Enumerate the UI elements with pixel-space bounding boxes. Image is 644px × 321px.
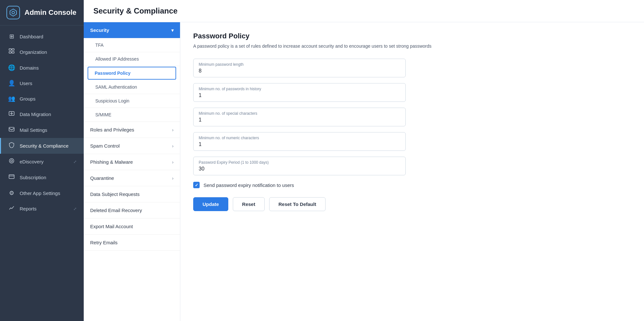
- sidebar-item-label: Groups: [20, 96, 35, 102]
- sub-menu-phishing-malware[interactable]: Phishing & Malware ›: [84, 154, 180, 170]
- sub-menu-roles-privileges[interactable]: Roles and Privileges ›: [84, 122, 180, 138]
- sidebar-item-reports[interactable]: Reports ⤢: [0, 201, 84, 217]
- svg-rect-2: [12, 49, 14, 50]
- field-value-min-passwords-history[interactable]: 1: [199, 92, 400, 98]
- sub-menu-security-label: Security: [90, 27, 109, 33]
- sidebar-item-label: eDiscovery: [20, 159, 43, 164]
- svg-rect-1: [9, 49, 11, 50]
- svg-rect-3: [9, 52, 11, 53]
- sidebar-nav: ⊞ Dashboard Organization 🌐 Domains 👤 Use…: [0, 25, 84, 321]
- field-min-password-length: Minimum password length 8: [193, 59, 631, 77]
- phishing-malware-chevron: ›: [172, 160, 174, 165]
- sub-menu-quarantine[interactable]: Quarantine ›: [84, 170, 180, 186]
- spam-control-label: Spam Control: [90, 143, 120, 149]
- roles-privileges-label: Roles and Privileges: [90, 127, 134, 132]
- quarantine-chevron: ›: [172, 176, 174, 181]
- svg-rect-9: [9, 175, 14, 179]
- sidebar-title: Admin Console: [24, 8, 76, 17]
- deleted-email-label: Deleted Email Recovery: [90, 208, 142, 213]
- sidebar-item-security-compliance[interactable]: Security & Compliance: [0, 138, 84, 154]
- quarantine-label: Quarantine: [90, 175, 114, 181]
- sidebar: Admin Console ⊞ Dashboard Organization 🌐…: [0, 0, 84, 321]
- field-min-special-chars: Minimum no. of special characters 1: [193, 108, 631, 126]
- sub-menu-smime[interactable]: S/MIME: [84, 108, 180, 122]
- security-compliance-icon: [8, 142, 15, 150]
- checkbox-check-icon: ✓: [195, 183, 198, 188]
- sub-menu-data-subject[interactable]: Data Subject Requests: [84, 186, 180, 202]
- field-value-password-expiry[interactable]: 30: [199, 166, 400, 172]
- sub-menu-saml[interactable]: SAML Authentication: [84, 80, 180, 94]
- sidebar-item-label: Other App Settings: [20, 190, 60, 196]
- ediscovery-icon: [8, 158, 15, 165]
- sidebar-item-label: Security & Compliance: [20, 143, 69, 149]
- checkbox-row[interactable]: ✓ Send password expiry notification to u…: [193, 182, 631, 188]
- sidebar-item-users[interactable]: 👤 Users: [0, 75, 84, 91]
- sub-menu-allowed-ip[interactable]: Allowed IP Addresses: [84, 52, 180, 66]
- field-password-expiry: Password Expiry Period (1 to 1000 days) …: [193, 157, 631, 175]
- sub-menu-tfa[interactable]: TFA: [84, 38, 180, 52]
- dashboard-icon: ⊞: [8, 33, 15, 40]
- sidebar-item-subscription[interactable]: Subscription: [0, 170, 84, 185]
- sidebar-item-mail-settings[interactable]: Mail Settings: [0, 122, 84, 138]
- sub-menu-export-mail[interactable]: Export Mail Account: [84, 219, 180, 235]
- field-label-min-passwords-history: Minimum no. of passwords in history: [199, 87, 400, 91]
- sidebar-item-data-migration[interactable]: Data Migration: [0, 106, 84, 122]
- security-dropdown: TFA Allowed IP Addresses Password Policy…: [84, 38, 180, 122]
- svg-point-0: [12, 11, 14, 14]
- svg-point-7: [9, 159, 14, 163]
- form-title: Password Policy: [193, 32, 631, 40]
- field-label-min-special-chars: Minimum no. of special characters: [199, 111, 400, 116]
- security-chevron-icon: ▾: [171, 28, 174, 33]
- checkbox-label: Send password expiry notification to use…: [204, 182, 294, 188]
- sub-sidebar: Security ▾ TFA Allowed IP Addresses Pass…: [84, 22, 180, 321]
- field-label-min-password-length: Minimum password length: [199, 62, 400, 67]
- sub-menu-spam-control[interactable]: Spam Control ›: [84, 138, 180, 154]
- update-button[interactable]: Update: [193, 197, 228, 211]
- sidebar-item-label: Dashboard: [20, 34, 43, 39]
- sidebar-item-dashboard[interactable]: ⊞ Dashboard: [0, 29, 84, 44]
- svg-rect-4: [12, 52, 14, 53]
- field-value-min-numeric-chars[interactable]: 1: [199, 141, 400, 147]
- svg-point-8: [11, 160, 13, 162]
- main-content: Security & Compliance Security ▾ TFA All…: [84, 0, 644, 321]
- sidebar-item-label: Users: [20, 81, 32, 86]
- export-mail-label: Export Mail Account: [90, 224, 133, 229]
- subscription-icon: [8, 174, 15, 181]
- sidebar-item-label: Reports: [20, 206, 37, 211]
- reset-button[interactable]: Reset: [233, 197, 265, 211]
- domains-icon: 🌐: [8, 64, 15, 71]
- roles-privileges-chevron: ›: [172, 127, 174, 132]
- sidebar-item-ediscovery[interactable]: eDiscovery ⤢: [0, 154, 84, 170]
- other-app-settings-icon: ⚙: [8, 190, 15, 197]
- users-icon: 👤: [8, 80, 15, 87]
- sub-menu-security[interactable]: Security ▾: [84, 22, 180, 38]
- groups-icon: 👥: [8, 95, 15, 102]
- content-area: Security ▾ TFA Allowed IP Addresses Pass…: [84, 22, 644, 321]
- data-migration-icon: [8, 111, 15, 118]
- reset-to-default-button[interactable]: Reset To Default: [269, 197, 326, 211]
- organization-icon: [8, 48, 15, 56]
- sidebar-item-groups[interactable]: 👥 Groups: [0, 91, 84, 106]
- sidebar-item-label: Organization: [20, 49, 47, 55]
- mail-settings-icon: [8, 126, 15, 134]
- field-value-min-password-length[interactable]: 8: [199, 68, 400, 74]
- checkbox-send-expiry-notification[interactable]: ✓: [193, 182, 200, 188]
- sub-menu-deleted-email[interactable]: Deleted Email Recovery: [84, 202, 180, 219]
- reports-icon: [8, 205, 15, 212]
- sidebar-item-domains[interactable]: 🌐 Domains: [0, 60, 84, 75]
- field-min-numeric-chars: Minimum no. of numeric characters 1: [193, 132, 631, 151]
- sub-menu-suspicious-login[interactable]: Suspicious Login: [84, 94, 180, 108]
- field-min-passwords-history: Minimum no. of passwords in history 1: [193, 83, 631, 102]
- sidebar-item-label: Mail Settings: [20, 127, 47, 133]
- external-link-icon-reports: ⤢: [73, 207, 77, 211]
- sidebar-item-organization[interactable]: Organization: [0, 44, 84, 60]
- sidebar-item-other-app-settings[interactable]: ⚙ Other App Settings: [0, 185, 84, 201]
- svg-rect-6: [9, 127, 14, 131]
- main-header: Security & Compliance: [84, 0, 644, 22]
- sub-menu-retry-emails[interactable]: Retry Emails: [84, 235, 180, 251]
- form-description: A password policy is a set of rules defi…: [193, 43, 631, 50]
- field-value-min-special-chars[interactable]: 1: [199, 117, 400, 123]
- form-area: Password Policy A password policy is a s…: [180, 22, 644, 321]
- sub-menu-password-policy[interactable]: Password Policy: [88, 67, 176, 80]
- external-link-icon: ⤢: [73, 160, 77, 164]
